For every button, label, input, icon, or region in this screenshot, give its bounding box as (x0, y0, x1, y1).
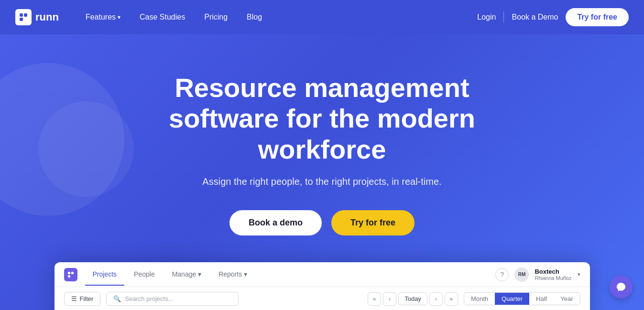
book-demo-nav-button[interactable]: Book a Demo (512, 13, 558, 21)
company-name: Boxtech (535, 268, 571, 275)
svg-rect-3 (68, 272, 70, 274)
svg-rect-0 (20, 13, 23, 17)
app-navbar: Projects People Manage ▾ Reports ▾ ? RM … (55, 262, 590, 287)
chevron-down-icon: ▾ (118, 14, 120, 21)
tab-manage[interactable]: Manage ▾ (164, 264, 209, 286)
view-tabs: Month Quarter Half Year (464, 292, 580, 305)
app-nav-right: ? RM Boxtech Rhianna Muñoz ▾ (495, 267, 580, 282)
book-demo-hero-button[interactable]: Book a demo (229, 210, 322, 235)
hero-subtitle: Assign the right people, to the right pr… (202, 176, 441, 187)
svg-rect-1 (24, 13, 27, 17)
hero-section: Resource management software for the mod… (0, 34, 644, 310)
timeline-nav-arrows: « ‹ Today › » (368, 292, 458, 306)
avatar: RM (514, 267, 529, 282)
tab-reports[interactable]: Reports ▾ (211, 264, 255, 286)
logo-icon (15, 9, 32, 25)
skip-back-button[interactable]: « (368, 292, 381, 306)
chevron-down-icon: ▾ (198, 270, 201, 278)
login-button[interactable]: Login (477, 13, 496, 21)
user-name: Rhianna Muñoz (535, 275, 571, 281)
today-button[interactable]: Today (398, 292, 427, 305)
chevron-down-icon: ▾ (244, 270, 247, 278)
view-month-tab[interactable]: Month (464, 293, 495, 305)
filter-icon: ☰ (71, 295, 77, 302)
hero-buttons: Book a demo Try for free (229, 210, 415, 235)
user-info: Boxtech Rhianna Muñoz (535, 268, 571, 281)
view-quarter-tab[interactable]: Quarter (495, 293, 529, 305)
app-toolbar: ☰ Filter 🔍 Search projects... « ‹ Today … (55, 287, 590, 310)
svg-rect-5 (68, 275, 70, 278)
search-box[interactable]: 🔍 Search projects... (106, 292, 238, 306)
nav-blog[interactable]: Blog (239, 9, 270, 25)
prev-button[interactable]: ‹ (383, 292, 396, 306)
brand-name: runn (35, 11, 59, 23)
app-preview: Projects People Manage ▾ Reports ▾ ? RM … (55, 262, 590, 310)
filter-button[interactable]: ☰ Filter (64, 292, 101, 306)
tab-people[interactable]: People (126, 264, 163, 286)
next-button[interactable]: › (429, 292, 443, 306)
navbar: runn Features ▾ Case Studies Pricing Blo… (0, 0, 644, 34)
nav-features[interactable]: Features ▾ (78, 9, 128, 25)
bg-circle-2 (38, 101, 134, 197)
nav-links: Features ▾ Case Studies Pricing Blog (78, 9, 477, 25)
chat-bubble[interactable] (610, 276, 633, 299)
brand-logo[interactable]: runn (15, 9, 59, 25)
nav-case-studies[interactable]: Case Studies (132, 9, 193, 25)
try-free-nav-button[interactable]: Try for free (566, 8, 629, 26)
app-logo-icon (64, 268, 77, 281)
bg-circle-1 (0, 63, 124, 216)
tab-projects[interactable]: Projects (85, 264, 125, 286)
hero-title: Resource management software for the mod… (131, 73, 513, 165)
help-icon[interactable]: ? (495, 268, 509, 281)
user-dropdown-icon[interactable]: ▾ (578, 271, 580, 278)
try-free-hero-button[interactable]: Try for free (331, 210, 415, 235)
nav-divider (503, 11, 504, 23)
svg-rect-2 (20, 18, 23, 21)
view-year-tab[interactable]: Year (554, 293, 579, 305)
view-half-tab[interactable]: Half (529, 293, 554, 305)
nav-pricing[interactable]: Pricing (196, 9, 235, 25)
nav-right: Login Book a Demo Try for free (477, 8, 629, 26)
search-icon: 🔍 (113, 295, 121, 302)
svg-rect-4 (71, 272, 74, 274)
skip-forward-button[interactable]: » (445, 292, 458, 306)
